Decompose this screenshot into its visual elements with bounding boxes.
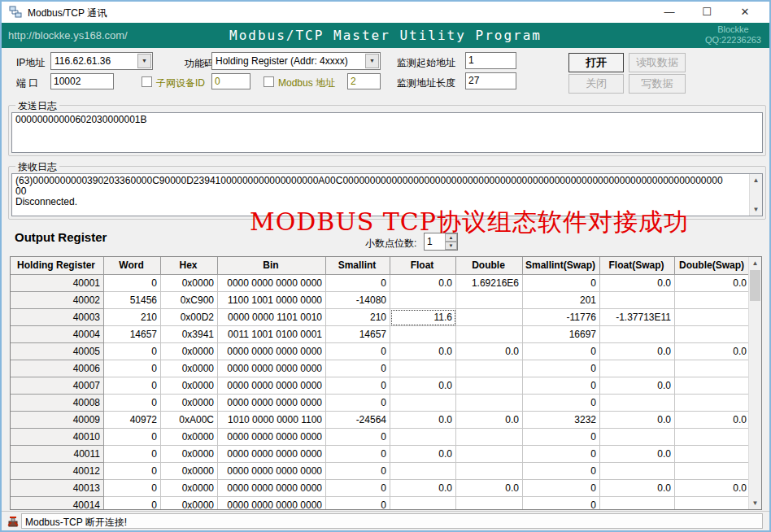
cell-40009-7[interactable]: 3232 (523, 412, 600, 429)
table-scrollbar[interactable]: ▲ ▼ (748, 257, 761, 509)
monitor-start-input[interactable]: 1 (465, 52, 516, 69)
cell-40011-7[interactable]: 0 (523, 446, 600, 463)
cell-40006-2[interactable]: 0x0000 (161, 360, 218, 377)
column-header-6[interactable]: Double (456, 257, 523, 275)
cell-40001-1[interactable]: 0 (104, 275, 161, 292)
cell-40008-2[interactable]: 0x0000 (161, 395, 218, 412)
cell-40002-4[interactable]: -14080 (326, 292, 390, 309)
minimize-button[interactable]: — (652, 2, 686, 23)
cell-40014-0[interactable]: 40014 (11, 497, 104, 510)
cell-40005-1[interactable]: 0 (104, 343, 161, 360)
maximize-button[interactable]: ☐ (690, 2, 724, 23)
monitor-length-input[interactable]: 27 (465, 72, 516, 89)
cell-40012-4[interactable]: 0 (326, 463, 390, 480)
cell-40008-3[interactable]: 0000 0000 0000 0000 (218, 395, 326, 412)
cell-40009-2[interactable]: 0xA00C (161, 412, 218, 429)
cell-40010-6[interactable] (456, 429, 523, 446)
cell-40007-5[interactable]: 0.0 (390, 377, 456, 395)
cell-40002-5[interactable] (390, 292, 456, 309)
cell-40008-8[interactable] (600, 395, 675, 412)
cell-40010-0[interactable]: 40010 (11, 429, 104, 446)
cell-40003-9[interactable] (675, 309, 751, 326)
cell-40009-4[interactable]: -24564 (326, 412, 390, 429)
cell-40012-2[interactable]: 0x0000 (161, 463, 218, 480)
cell-40001-3[interactable]: 0000 0000 0000 0000 (218, 275, 326, 292)
cell-40001-5[interactable]: 0.0 (390, 275, 456, 292)
cell-40007-3[interactable]: 0000 0000 0000 0000 (218, 377, 326, 395)
cell-40013-6[interactable]: 0.0 (456, 480, 523, 497)
cell-40007-2[interactable]: 0x0000 (161, 377, 218, 395)
cell-40008-4[interactable]: 0 (326, 395, 390, 412)
scroll-up-icon[interactable]: ▲ (749, 257, 761, 269)
cell-40003-5[interactable]: 11.6 (390, 309, 456, 326)
cell-40008-9[interactable] (675, 395, 751, 412)
cell-40008-0[interactable]: 40008 (11, 395, 104, 412)
cell-40001-2[interactable]: 0x0000 (161, 275, 218, 292)
cell-40004-2[interactable]: 0x3941 (161, 326, 218, 343)
cell-40002-3[interactable]: 1100 1001 0000 0000 (218, 292, 326, 309)
cell-40013-0[interactable]: 40013 (11, 480, 104, 497)
cell-40011-5[interactable]: 0.0 (390, 446, 456, 463)
cell-40013-9[interactable]: 0.0 (675, 480, 751, 497)
cell-40007-9[interactable] (675, 377, 751, 395)
cell-40005-0[interactable]: 40005 (11, 343, 104, 360)
cell-40012-1[interactable]: 0 (104, 463, 161, 480)
cell-40005-3[interactable]: 0000 0000 0000 0000 (218, 343, 326, 360)
cell-40009-5[interactable]: 0.0 (390, 412, 456, 429)
function-code-combobox[interactable]: Holding Register (Addr: 4xxxx) ▼ (211, 52, 381, 70)
cell-40012-5[interactable] (390, 463, 456, 480)
cell-40002-7[interactable]: 201 (523, 292, 600, 309)
cell-40011-4[interactable]: 0 (326, 446, 390, 463)
cell-40011-9[interactable] (675, 446, 751, 463)
modbus-address-input[interactable]: 2 (347, 73, 381, 89)
column-header-7[interactable]: Smallint(Swap) (523, 257, 600, 275)
cell-40014-9[interactable] (675, 497, 751, 510)
cell-40008-6[interactable] (456, 395, 523, 412)
cell-40003-0[interactable]: 40003 (11, 309, 104, 326)
cell-40007-1[interactable]: 0 (104, 377, 161, 395)
cell-40006-9[interactable] (675, 360, 751, 377)
cell-40014-6[interactable] (456, 497, 523, 510)
cell-40009-3[interactable]: 1010 0000 0000 1100 (218, 412, 326, 429)
cell-40008-1[interactable]: 0 (104, 395, 161, 412)
cell-40005-2[interactable]: 0x0000 (161, 343, 218, 360)
cell-40003-2[interactable]: 0x00D2 (161, 309, 218, 326)
cell-40002-0[interactable]: 40002 (11, 292, 104, 309)
cell-40012-9[interactable] (675, 463, 751, 480)
cell-40013-2[interactable]: 0x0000 (161, 480, 218, 497)
spinner-down-icon[interactable]: ▼ (445, 242, 457, 250)
subnet-id-checkbox[interactable] (142, 76, 152, 87)
cell-40004-4[interactable]: 14657 (326, 326, 390, 343)
cell-40001-4[interactable]: 0 (326, 275, 390, 292)
cell-40003-4[interactable]: 210 (326, 309, 390, 326)
cell-40007-7[interactable]: 0 (523, 377, 600, 395)
cell-40007-8[interactable]: 0.0 (600, 377, 675, 395)
cell-40002-9[interactable] (675, 292, 751, 309)
cell-40012-6[interactable] (456, 463, 523, 480)
close-button[interactable]: ✕ (728, 2, 762, 23)
cell-40003-1[interactable]: 210 (104, 309, 161, 326)
cell-40014-3[interactable]: 0000 0000 0000 0000 (218, 497, 326, 510)
cell-40007-6[interactable] (456, 377, 523, 395)
cell-40010-7[interactable]: 0 (523, 429, 600, 446)
cell-40010-2[interactable]: 0x0000 (161, 429, 218, 446)
cell-40009-0[interactable]: 40009 (11, 412, 104, 429)
cell-40009-1[interactable]: 40972 (104, 412, 161, 429)
cell-40001-8[interactable]: 0.0 (600, 275, 675, 292)
cell-40006-5[interactable] (390, 360, 456, 377)
cell-40010-4[interactable]: 0 (326, 429, 390, 446)
cell-40013-8[interactable]: 0.0 (600, 480, 675, 497)
cell-40012-8[interactable] (600, 463, 675, 480)
modbus-address-checkbox[interactable] (264, 76, 274, 87)
cell-40013-1[interactable]: 0 (104, 480, 161, 497)
cell-40013-5[interactable]: 0.0 (390, 480, 456, 497)
cell-40001-0[interactable]: 40001 (11, 275, 104, 292)
scroll-down-icon[interactable]: ▼ (749, 497, 761, 509)
cell-40010-9[interactable] (675, 429, 751, 446)
cell-40011-6[interactable] (456, 446, 523, 463)
open-button[interactable]: 打开 (568, 53, 624, 72)
cell-40002-8[interactable] (600, 292, 675, 309)
subnet-id-input[interactable]: 0 (211, 73, 250, 89)
cell-40004-7[interactable]: 16697 (523, 326, 600, 343)
chevron-down-icon[interactable]: ▼ (365, 54, 379, 68)
